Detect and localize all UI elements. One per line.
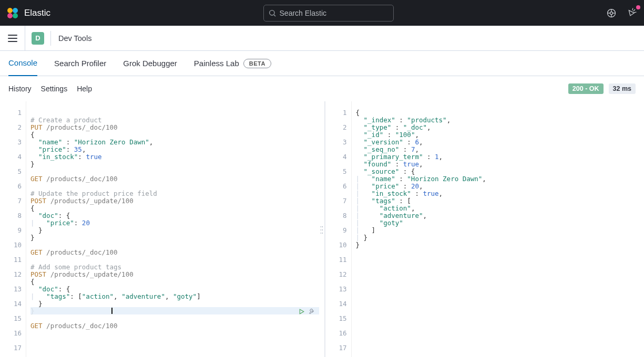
splitter-handle-icon	[321, 226, 323, 234]
news-feed-button[interactable]	[627, 7, 638, 19]
svg-point-7	[610, 12, 613, 14]
search-icon	[268, 9, 277, 17]
devtools-tabs: Console Search Profiler Grok Debugger Pa…	[0, 51, 644, 76]
tab-search-profiler[interactable]: Search Profiler	[54, 51, 106, 76]
svg-point-1	[13, 8, 18, 13]
svg-line-5	[274, 15, 275, 16]
response-code: { "_index" : "products", "_type" : "_doc…	[352, 101, 645, 357]
response-viewer[interactable]: 1 2 3 4 5 6 7 8 9 10 11 12 13 14 15 16 1…	[324, 101, 645, 357]
svg-point-2	[7, 13, 13, 18]
request-gutter: 1 2 3 4 5 6 7 8 9 10 11 12 13 14 15 16 1…	[0, 101, 26, 357]
help-button[interactable]: Help	[77, 85, 92, 93]
active-line-highlight	[30, 307, 319, 314]
history-button[interactable]: History	[8, 85, 32, 93]
brand-name: Elastic	[24, 8, 50, 18]
svg-point-0	[7, 8, 13, 13]
hamburger-icon	[8, 35, 17, 42]
request-code[interactable]: # Create a product PUT /products/_doc/10…	[26, 101, 319, 357]
text-cursor	[111, 308, 113, 314]
tab-console[interactable]: Console	[8, 51, 37, 76]
app-header: Elastic Search Elastic	[0, 0, 644, 26]
svg-marker-15	[300, 309, 304, 314]
settings-button[interactable]: Settings	[41, 85, 68, 93]
request-editor[interactable]: 1 2 3 4 5 6 7 8 9 10 11 12 13 14 15 16 1…	[0, 101, 319, 357]
notification-dot-icon	[636, 5, 640, 9]
line-actions	[298, 308, 316, 316]
svg-line-14	[632, 8, 633, 10]
help-icon[interactable]	[606, 8, 617, 18]
response-time-badge: 32 ms	[609, 83, 636, 94]
console-editor-area: 1 2 3 4 5 6 7 8 9 10 11 12 13 14 15 16 1…	[0, 101, 644, 357]
brand-group[interactable]: Elastic	[6, 7, 50, 19]
space-selector-button[interactable]: D	[32, 32, 44, 45]
nav-toggle-button[interactable]	[0, 26, 25, 51]
svg-point-4	[269, 10, 274, 15]
svg-point-3	[13, 13, 18, 18]
elastic-logo-icon	[6, 7, 19, 19]
sub-header: D Dev Tools	[0, 26, 644, 51]
global-search-input[interactable]: Search Elastic	[263, 5, 394, 22]
svg-line-13	[634, 12, 636, 13]
tab-painless-lab[interactable]: Painless Lab BETA	[194, 51, 271, 76]
response-gutter: 1 2 3 4 5 6 7 8 9 10 11 12 13 14 15 16 1…	[325, 101, 352, 357]
svg-line-12	[633, 9, 635, 11]
request-options-icon[interactable]	[308, 308, 316, 316]
tab-grok-debugger[interactable]: Grok Debugger	[123, 51, 177, 76]
tab-painless-lab-label: Painless Lab	[194, 59, 239, 68]
pane-splitter[interactable]	[319, 101, 324, 357]
beta-badge: BETA	[243, 59, 271, 68]
breadcrumb-devtools[interactable]: Dev Tools	[51, 34, 99, 43]
console-toolbar: History Settings Help 200 - OK 32 ms	[0, 76, 644, 101]
status-badge: 200 - OK	[568, 83, 604, 94]
run-request-icon[interactable]	[298, 308, 305, 315]
search-placeholder: Search Elastic	[280, 9, 326, 17]
